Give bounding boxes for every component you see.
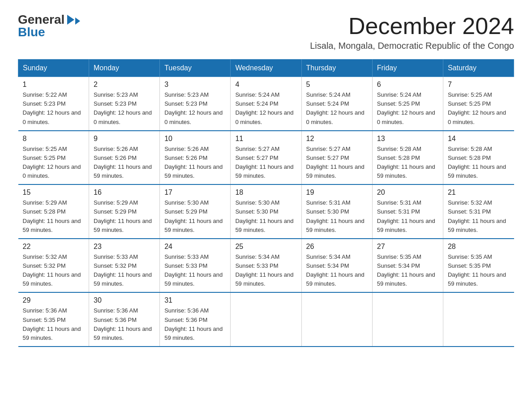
location-title: Lisala, Mongala, Democratic Republic of …	[310, 41, 514, 51]
calendar-cell: 17 Sunrise: 5:30 AMSunset: 5:29 PMDaylig…	[160, 184, 231, 239]
logo: General Blue	[18, 13, 80, 39]
day-number: 10	[164, 135, 226, 143]
week-row-5: 29 Sunrise: 5:36 AMSunset: 5:35 PMDaylig…	[18, 292, 514, 347]
day-number: 20	[377, 188, 438, 197]
day-number: 11	[235, 135, 296, 143]
day-info: Sunrise: 5:24 AMSunset: 5:24 PMDaylight:…	[235, 91, 293, 125]
day-info: Sunrise: 5:25 AMSunset: 5:25 PMDaylight:…	[448, 91, 506, 125]
week-row-2: 8 Sunrise: 5:25 AMSunset: 5:25 PMDayligh…	[18, 131, 514, 185]
calendar-cell	[443, 292, 514, 347]
week-row-3: 15 Sunrise: 5:29 AMSunset: 5:28 PMDaylig…	[18, 184, 514, 239]
day-number: 18	[235, 188, 296, 197]
calendar-cell: 4 Sunrise: 5:24 AMSunset: 5:24 PMDayligh…	[231, 77, 301, 131]
day-info: Sunrise: 5:23 AMSunset: 5:23 PMDaylight:…	[164, 91, 223, 125]
day-number: 4	[235, 81, 296, 89]
calendar-cell: 25 Sunrise: 5:34 AMSunset: 5:33 PMDaylig…	[231, 239, 301, 293]
month-title: December 2024	[310, 13, 514, 39]
header-saturday: Saturday	[443, 60, 514, 77]
calendar-cell: 6 Sunrise: 5:24 AMSunset: 5:25 PMDayligh…	[372, 77, 443, 131]
day-info: Sunrise: 5:33 AMSunset: 5:32 PMDaylight:…	[94, 253, 152, 287]
calendar-cell: 11 Sunrise: 5:27 AMSunset: 5:27 PMDaylig…	[231, 131, 301, 185]
day-number: 13	[377, 135, 438, 143]
day-number: 1	[23, 81, 85, 89]
calendar-cell: 18 Sunrise: 5:30 AMSunset: 5:30 PMDaylig…	[231, 184, 301, 239]
day-info: Sunrise: 5:30 AMSunset: 5:30 PMDaylight:…	[235, 199, 293, 233]
logo-general-text: General	[18, 13, 64, 26]
calendar-cell: 20 Sunrise: 5:31 AMSunset: 5:31 PMDaylig…	[372, 184, 443, 239]
calendar-cell: 27 Sunrise: 5:35 AMSunset: 5:34 PMDaylig…	[372, 239, 443, 293]
calendar-cell: 26 Sunrise: 5:34 AMSunset: 5:34 PMDaylig…	[301, 239, 372, 293]
calendar-cell: 29 Sunrise: 5:36 AMSunset: 5:35 PMDaylig…	[18, 292, 89, 347]
calendar-cell: 31 Sunrise: 5:36 AMSunset: 5:36 PMDaylig…	[160, 292, 231, 347]
calendar-header-row: SundayMondayTuesdayWednesdayThursdayFrid…	[18, 60, 514, 77]
calendar-cell: 16 Sunrise: 5:29 AMSunset: 5:29 PMDaylig…	[89, 184, 160, 239]
day-number: 23	[94, 243, 155, 251]
day-info: Sunrise: 5:29 AMSunset: 5:29 PMDaylight:…	[94, 199, 152, 233]
logo-blue-text: Blue	[18, 26, 45, 39]
day-number: 2	[94, 81, 155, 89]
header-friday: Friday	[372, 60, 443, 77]
page-header: General Blue December 2024 Lisala, Monga…	[18, 13, 514, 51]
calendar-cell: 8 Sunrise: 5:25 AMSunset: 5:25 PMDayligh…	[18, 131, 89, 185]
day-number: 29	[23, 296, 85, 304]
day-number: 22	[23, 243, 85, 251]
day-number: 8	[23, 135, 85, 143]
calendar-cell: 30 Sunrise: 5:36 AMSunset: 5:36 PMDaylig…	[89, 292, 160, 347]
day-number: 25	[235, 243, 296, 251]
day-info: Sunrise: 5:26 AMSunset: 5:26 PMDaylight:…	[94, 146, 152, 179]
day-info: Sunrise: 5:23 AMSunset: 5:23 PMDaylight:…	[94, 91, 152, 125]
day-number: 9	[94, 135, 155, 143]
week-row-1: 1 Sunrise: 5:22 AMSunset: 5:23 PMDayligh…	[18, 77, 514, 131]
calendar-cell: 23 Sunrise: 5:33 AMSunset: 5:32 PMDaylig…	[89, 239, 160, 293]
day-info: Sunrise: 5:24 AMSunset: 5:24 PMDaylight:…	[306, 91, 365, 125]
day-info: Sunrise: 5:27 AMSunset: 5:27 PMDaylight:…	[235, 146, 293, 179]
calendar-cell: 15 Sunrise: 5:29 AMSunset: 5:28 PMDaylig…	[18, 184, 89, 239]
day-info: Sunrise: 5:29 AMSunset: 5:28 PMDaylight:…	[23, 199, 81, 233]
day-number: 24	[164, 243, 226, 251]
calendar-cell: 5 Sunrise: 5:24 AMSunset: 5:24 PMDayligh…	[301, 77, 372, 131]
day-number: 21	[448, 188, 510, 197]
week-row-4: 22 Sunrise: 5:32 AMSunset: 5:32 PMDaylig…	[18, 239, 514, 293]
calendar-cell	[301, 292, 372, 347]
header-sunday: Sunday	[18, 60, 89, 77]
day-number: 16	[94, 188, 155, 197]
header-wednesday: Wednesday	[231, 60, 301, 77]
day-info: Sunrise: 5:34 AMSunset: 5:33 PMDaylight:…	[235, 253, 293, 287]
calendar-cell: 9 Sunrise: 5:26 AMSunset: 5:26 PMDayligh…	[89, 131, 160, 185]
day-info: Sunrise: 5:35 AMSunset: 5:35 PMDaylight:…	[448, 253, 506, 287]
day-info: Sunrise: 5:35 AMSunset: 5:34 PMDaylight:…	[377, 253, 435, 287]
calendar-table: SundayMondayTuesdayWednesdayThursdayFrid…	[18, 59, 514, 347]
day-number: 26	[306, 243, 368, 251]
day-info: Sunrise: 5:26 AMSunset: 5:26 PMDaylight:…	[164, 146, 223, 179]
day-number: 19	[306, 188, 368, 197]
calendar-cell: 13 Sunrise: 5:28 AMSunset: 5:28 PMDaylig…	[372, 131, 443, 185]
calendar-cell: 19 Sunrise: 5:31 AMSunset: 5:30 PMDaylig…	[301, 184, 372, 239]
calendar-cell: 22 Sunrise: 5:32 AMSunset: 5:32 PMDaylig…	[18, 239, 89, 293]
day-info: Sunrise: 5:32 AMSunset: 5:32 PMDaylight:…	[23, 253, 81, 287]
calendar-cell: 12 Sunrise: 5:27 AMSunset: 5:27 PMDaylig…	[301, 131, 372, 185]
day-info: Sunrise: 5:24 AMSunset: 5:25 PMDaylight:…	[377, 91, 435, 125]
day-info: Sunrise: 5:34 AMSunset: 5:34 PMDaylight:…	[306, 253, 365, 287]
day-number: 5	[306, 81, 368, 89]
day-info: Sunrise: 5:27 AMSunset: 5:27 PMDaylight:…	[306, 146, 365, 179]
calendar-cell: 10 Sunrise: 5:26 AMSunset: 5:26 PMDaylig…	[160, 131, 231, 185]
day-info: Sunrise: 5:36 AMSunset: 5:36 PMDaylight:…	[164, 307, 223, 341]
day-number: 12	[306, 135, 368, 143]
day-number: 6	[377, 81, 438, 89]
day-info: Sunrise: 5:28 AMSunset: 5:28 PMDaylight:…	[377, 146, 435, 179]
calendar-cell	[372, 292, 443, 347]
day-number: 30	[94, 296, 155, 304]
day-number: 31	[164, 296, 226, 304]
calendar-cell: 1 Sunrise: 5:22 AMSunset: 5:23 PMDayligh…	[18, 77, 89, 131]
calendar-cell: 28 Sunrise: 5:35 AMSunset: 5:35 PMDaylig…	[443, 239, 514, 293]
day-number: 28	[448, 243, 510, 251]
day-info: Sunrise: 5:36 AMSunset: 5:35 PMDaylight:…	[23, 307, 81, 341]
day-info: Sunrise: 5:31 AMSunset: 5:31 PMDaylight:…	[377, 199, 435, 233]
calendar-cell	[231, 292, 301, 347]
header-monday: Monday	[89, 60, 160, 77]
day-info: Sunrise: 5:28 AMSunset: 5:28 PMDaylight:…	[448, 146, 506, 179]
calendar-cell: 21 Sunrise: 5:32 AMSunset: 5:31 PMDaylig…	[443, 184, 514, 239]
day-info: Sunrise: 5:33 AMSunset: 5:33 PMDaylight:…	[164, 253, 223, 287]
day-info: Sunrise: 5:32 AMSunset: 5:31 PMDaylight:…	[448, 199, 506, 233]
day-info: Sunrise: 5:25 AMSunset: 5:25 PMDaylight:…	[23, 146, 81, 179]
